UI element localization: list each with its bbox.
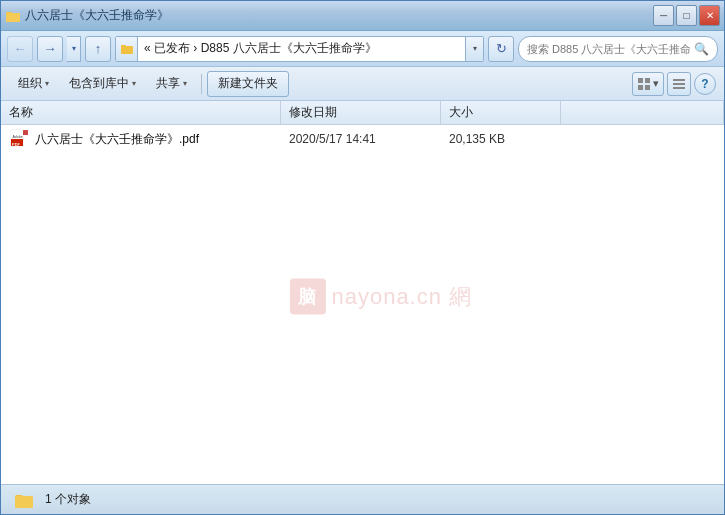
nav-bar: ← → ▾ ↑ « 已发布 › D885 八六居士《大六壬推命学》 ▾ ↻ 🔍 — [1, 31, 724, 67]
col-header-date[interactable]: 修改日期 — [281, 101, 441, 124]
toolbar-right: ▾ ? — [632, 72, 716, 96]
window-icon — [5, 8, 21, 24]
address-dropdown-btn[interactable]: ▾ — [465, 37, 483, 61]
svg-rect-20 — [15, 496, 33, 508]
close-button[interactable]: ✕ — [699, 5, 720, 26]
address-folder-icon — [116, 37, 138, 61]
svg-rect-4 — [121, 45, 126, 48]
address-bar[interactable]: « 已发布 › D885 八六居士《大六壬推命学》 ▾ — [115, 36, 484, 62]
svg-rect-6 — [645, 78, 650, 83]
view-dropdown[interactable]: ▾ — [632, 72, 664, 96]
title-bar: 八六居士《大六壬推命学》 ─ □ ✕ — [1, 1, 724, 31]
svg-rect-7 — [638, 85, 643, 90]
svg-text:PDF: PDF — [12, 142, 21, 147]
title-bar-controls: ─ □ ✕ — [653, 5, 720, 26]
svg-rect-2 — [6, 13, 20, 22]
file-name: 八六居士《大六壬推命学》.pdf — [35, 131, 199, 148]
col-header-size[interactable]: 大小 — [441, 101, 561, 124]
details-view-button[interactable] — [667, 72, 691, 96]
toolbar-separator — [201, 74, 202, 94]
svg-rect-8 — [645, 85, 650, 90]
address-text: « 已发布 › D885 八六居士《大六壬推命学》 — [138, 40, 465, 57]
maximize-button[interactable]: □ — [676, 5, 697, 26]
list-icon — [673, 78, 685, 90]
refresh-button[interactable]: ↻ — [488, 36, 514, 62]
file-cell-name: PDF Adobe 八六居士《大六壬推命学》.pdf — [5, 125, 285, 153]
watermark-text: nayona.cn 網 — [331, 281, 472, 311]
search-bar[interactable]: 🔍 — [518, 36, 718, 62]
up-button[interactable]: ↑ — [85, 36, 111, 62]
watermark-logo: 脑 — [289, 278, 325, 314]
file-cell-date: 2020/5/17 14:41 — [285, 125, 445, 153]
toolbar: 组织 ▾ 包含到库中 ▾ 共享 ▾ 新建文件夹 ▾ — [1, 67, 724, 101]
search-input[interactable] — [527, 43, 690, 55]
new-folder-button[interactable]: 新建文件夹 — [207, 71, 289, 97]
library-button[interactable]: 包含到库中 ▾ — [60, 71, 145, 97]
file-list: 名称 修改日期 大小 PDF Adobe 八六居士 — [1, 101, 724, 484]
nav-dropdown[interactable]: ▾ — [67, 36, 81, 62]
status-folder-icon — [13, 489, 35, 511]
main-window: 八六居士《大六壬推命学》 ─ □ ✕ ← → ▾ ↑ « 已发布 › D885 … — [0, 0, 725, 515]
minimize-button[interactable]: ─ — [653, 5, 674, 26]
status-bar: 1 个对象 — [1, 484, 724, 514]
col-header-name[interactable]: 名称 — [1, 101, 281, 124]
svg-text:Adobe: Adobe — [13, 135, 23, 139]
status-count: 1 个对象 — [45, 491, 91, 508]
file-cell-size: 20,135 KB — [445, 125, 565, 153]
window-title: 八六居士《大六壬推命学》 — [25, 7, 169, 24]
table-row[interactable]: PDF Adobe 八六居士《大六壬推命学》.pdf 2020/5/17 14:… — [1, 125, 724, 153]
svg-rect-10 — [673, 83, 685, 85]
watermark: 脑 nayona.cn 網 — [289, 278, 472, 314]
column-headers: 名称 修改日期 大小 — [1, 101, 724, 125]
svg-rect-5 — [638, 78, 643, 83]
main-area: 名称 修改日期 大小 PDF Adobe 八六居士 — [1, 101, 724, 484]
title-bar-left: 八六居士《大六壬推命学》 — [5, 7, 169, 24]
forward-button[interactable]: → — [37, 36, 63, 62]
help-button[interactable]: ? — [694, 73, 716, 95]
svg-rect-16 — [23, 130, 28, 135]
organize-button[interactable]: 组织 ▾ — [9, 71, 58, 97]
svg-rect-9 — [673, 79, 685, 81]
view-icon — [637, 77, 651, 91]
pdf-icon: PDF Adobe — [9, 129, 29, 149]
search-icon: 🔍 — [694, 42, 709, 56]
col-header-type[interactable] — [561, 101, 724, 124]
back-button[interactable]: ← — [7, 36, 33, 62]
svg-rect-11 — [673, 87, 685, 89]
share-button[interactable]: 共享 ▾ — [147, 71, 196, 97]
